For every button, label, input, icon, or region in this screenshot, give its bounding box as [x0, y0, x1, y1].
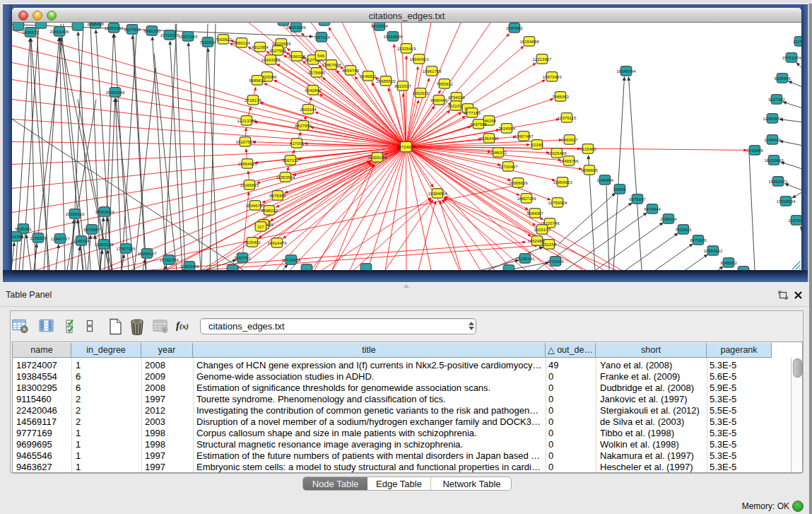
svg-text:2087682: 2087682	[506, 25, 523, 30]
svg-text:10046786: 10046786	[245, 202, 265, 207]
svg-text:19654923: 19654923	[553, 179, 572, 184]
svg-text:17957225: 17957225	[116, 245, 136, 250]
svg-text:10961758: 10961758	[422, 68, 442, 73]
svg-text:18300295: 18300295	[367, 154, 387, 159]
svg-text:9115460: 9115460	[579, 146, 596, 151]
svg-text:11325419: 11325419	[397, 45, 416, 50]
svg-text:2718176: 2718176	[245, 97, 261, 102]
svg-text:25685520: 25685520	[376, 78, 396, 83]
svg-text:16210643: 16210643	[764, 157, 784, 162]
svg-text:15692971: 15692971	[768, 178, 788, 183]
svg-text:20691406: 20691406	[49, 28, 69, 33]
svg-text:15136141: 15136141	[515, 255, 535, 260]
svg-text:117: 117	[257, 223, 264, 228]
svg-text:12975115: 12975115	[558, 115, 577, 119]
svg-text:10853287: 10853287	[104, 25, 124, 30]
svg-text:3824554: 3824554	[498, 125, 515, 130]
svg-text:1405572: 1405572	[22, 29, 39, 34]
svg-text:1527602: 1527602	[124, 26, 141, 31]
svg-text:20364436: 20364436	[479, 135, 499, 140]
svg-text:9860124: 9860124	[233, 40, 250, 45]
svg-text:111724: 111724	[793, 38, 801, 43]
svg-text:16914479: 16914479	[267, 240, 287, 245]
svg-text:16782759: 16782759	[159, 257, 179, 262]
svg-text:18724007: 18724007	[396, 144, 416, 148]
svg-text:8471676: 8471676	[690, 237, 707, 242]
svg-text:9777169: 9777169	[464, 110, 481, 115]
svg-text:7357224: 7357224	[313, 34, 330, 39]
svg-text:9498222: 9498222	[261, 207, 278, 212]
svg-text:18807249: 18807249	[517, 195, 536, 200]
svg-text:12213369: 12213369	[237, 117, 257, 122]
svg-text:33159: 33159	[12, 233, 22, 238]
svg-text:8912954: 8912954	[252, 44, 269, 49]
svg-text:2935114: 2935114	[660, 216, 677, 221]
svg-text:9889612: 9889612	[249, 77, 266, 82]
svg-text:16154838: 16154838	[519, 38, 539, 43]
svg-text:10973493: 10973493	[542, 74, 562, 78]
svg-text:9084067: 9084067	[526, 210, 543, 215]
svg-text:18226055: 18226055	[271, 40, 291, 45]
svg-text:12213967: 12213967	[532, 56, 552, 61]
svg-text:16543382: 16543382	[261, 57, 281, 62]
svg-text:1733426: 1733426	[547, 258, 564, 263]
svg-text:1145194: 1145194	[73, 238, 90, 243]
svg-text:8215955: 8215955	[746, 147, 763, 152]
svg-text:19384554: 19384554	[428, 190, 447, 195]
svg-text:10719155: 10719155	[160, 32, 180, 37]
svg-text:8878352: 8878352	[269, 192, 286, 197]
svg-text:17016504: 17016504	[776, 198, 796, 203]
svg-text:10756928: 10756928	[548, 199, 567, 204]
svg-text:16107553: 16107553	[235, 139, 255, 144]
svg-text:7632621: 7632621	[675, 226, 692, 231]
svg-text:252254: 252254	[542, 241, 557, 246]
svg-text:9242848: 9242848	[305, 87, 322, 92]
svg-text:12093872: 12093872	[763, 115, 782, 120]
svg-text:10025458: 10025458	[547, 150, 567, 155]
svg-text:8322037: 8322037	[394, 83, 411, 88]
svg-text:2603144: 2603144	[300, 106, 317, 111]
svg-text:10807487: 10807487	[514, 133, 534, 138]
svg-text:9146821: 9146821	[360, 73, 377, 78]
svg-text:9535061: 9535061	[15, 226, 32, 230]
svg-text:10688609: 10688609	[508, 180, 528, 185]
svg-text:15720407: 15720407	[498, 163, 518, 168]
svg-text:417006: 417006	[290, 140, 305, 145]
svg-text:1615172: 1615172	[534, 226, 551, 231]
svg-text:8427552: 8427552	[295, 122, 312, 127]
svg-text:546: 546	[317, 52, 325, 57]
svg-text:1244419: 1244419	[764, 136, 781, 141]
svg-text:9657791: 9657791	[234, 255, 251, 259]
svg-text:9474444: 9474444	[644, 206, 661, 211]
svg-text:23867608: 23867608	[322, 62, 341, 66]
svg-text:6794028: 6794028	[448, 94, 465, 99]
svg-text:20206516: 20206516	[65, 211, 85, 216]
svg-text:8186328: 8186328	[288, 53, 305, 58]
svg-text:15716485: 15716485	[281, 257, 301, 262]
svg-text:8990448: 8990448	[430, 97, 447, 102]
svg-text:19654925: 19654925	[237, 160, 257, 165]
svg-text:7625402: 7625402	[244, 239, 261, 244]
svg-text:15751074: 15751074	[782, 54, 801, 59]
svg-text:10958107: 10958107	[137, 250, 157, 255]
svg-text:12923448: 12923448	[180, 263, 199, 268]
svg-text:17359924: 17359924	[95, 209, 114, 214]
svg-text:7515524: 7515524	[199, 39, 216, 44]
svg-text:16548784: 16548784	[616, 68, 636, 73]
svg-text:8813054: 8813054	[371, 23, 388, 28]
svg-text:1156829: 1156829	[30, 235, 47, 240]
svg-text:10654112: 10654112	[704, 247, 723, 252]
svg-text:59384: 59384	[614, 186, 627, 191]
svg-text:7386372: 7386372	[490, 149, 507, 154]
svg-text:16033809: 16033809	[286, 24, 306, 29]
svg-text:10671355: 10671355	[178, 33, 198, 38]
svg-text:11353594: 11353594	[276, 174, 295, 179]
svg-text:9975887: 9975887	[83, 226, 100, 231]
svg-text:7485063: 7485063	[552, 93, 569, 98]
svg-text:19166825: 19166825	[240, 182, 259, 187]
svg-text:20053346: 20053346	[105, 89, 125, 94]
svg-text:9699695: 9699695	[581, 167, 598, 172]
svg-text:3267130: 3267130	[282, 157, 299, 162]
svg-text:9245652: 9245652	[720, 259, 737, 264]
svg-text:12905135: 12905135	[94, 241, 114, 246]
